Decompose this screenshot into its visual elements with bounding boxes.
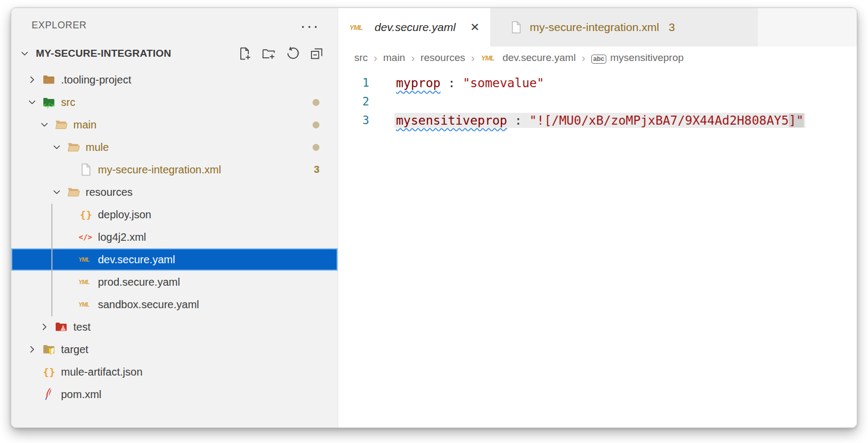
code-editor[interactable]: 1myprop : "somevalue"23mysensitiveprop :… xyxy=(338,69,857,427)
svg-text:}: } xyxy=(49,366,55,378)
yaml-icon: YML xyxy=(78,297,93,311)
new-file-icon xyxy=(237,46,252,61)
tree-item-label: main xyxy=(73,119,313,131)
editor-window: EXPLORER ··· MY-SECURE-INTEGRATION .tool… xyxy=(11,7,857,428)
collapse-folders-button[interactable] xyxy=(309,45,325,62)
collapse-all-icon xyxy=(309,46,324,61)
svg-text:YML: YML xyxy=(349,24,363,32)
tree-item-pom-xml[interactable]: pom.xml xyxy=(11,383,338,406)
more-actions-icon[interactable]: ··· xyxy=(300,22,319,29)
breadcrumb-item-main[interactable]: main xyxy=(383,52,405,64)
new-file-button[interactable] xyxy=(237,45,253,62)
tree-item-log4j2-xml[interactable]: </>log4j2.xml xyxy=(11,226,338,248)
tree-item-sandbox-secure-yaml[interactable]: YMLsandbox.secure.yaml xyxy=(11,293,338,316)
tree-item-deploy-json[interactable]: {}deploy.json xyxy=(11,203,338,226)
tree-item-dev-secure-yaml[interactable]: YMLdev.secure.yaml xyxy=(11,248,338,271)
chevron-right-icon xyxy=(27,75,41,85)
close-tab-icon[interactable]: ✕ xyxy=(470,21,479,34)
tree-item-label: resources xyxy=(86,186,319,198)
tree-item-mule-artifact-json[interactable]: {}mule-artifact.json xyxy=(11,361,338,383)
folder-test-icon xyxy=(54,320,68,334)
line-number: 3 xyxy=(338,114,369,127)
tree-item-label: log4j2.xml xyxy=(98,231,319,243)
xml-code-icon: </> xyxy=(78,230,93,244)
modified-dot-badge xyxy=(313,121,319,128)
tree-indent-guide xyxy=(51,204,52,316)
tree-item-label: sandbox.secure.yaml xyxy=(98,299,319,311)
svg-text:YML: YML xyxy=(481,54,495,62)
yaml-icon: YML xyxy=(78,275,93,289)
json-icon: {} xyxy=(41,365,56,379)
breadcrumb-item-dev-secure-yaml[interactable]: YMLdev.secure.yaml xyxy=(481,52,576,64)
breadcrumb-item-label: dev.secure.yaml xyxy=(502,52,576,64)
project-section-header[interactable]: MY-SECURE-INTEGRATION xyxy=(11,42,338,65)
tree-item-src[interactable]: </>src xyxy=(11,91,338,113)
line-content xyxy=(394,101,398,102)
tree-item-tooling-project[interactable]: .tooling-project xyxy=(11,68,338,91)
tab-my-secure-integration-xml[interactable]: my-secure-integration.xml3 xyxy=(490,8,758,47)
tree-item-label: pom.xml xyxy=(61,388,319,401)
chevron-down-icon xyxy=(20,49,36,58)
code-token-key: myprop xyxy=(396,76,440,90)
breadcrumb-item-label: resources xyxy=(421,52,465,64)
breadcrumb: src›main›resources›YMLdev.secure.yaml›ab… xyxy=(338,47,857,69)
tree-item-label: mule xyxy=(86,141,313,154)
file-plain-icon xyxy=(509,20,522,34)
tree-item-my-secure-integration-xml[interactable]: my-secure-integration.xml3 xyxy=(11,158,338,181)
code-token-string: ]" xyxy=(789,113,804,127)
line-number: 2 xyxy=(338,95,369,108)
tree-item-prod-secure-yaml[interactable]: YMLprod.secure.yaml xyxy=(11,271,338,293)
tab-modified-count-badge: 3 xyxy=(669,21,675,34)
tab-dev-secure-yaml[interactable]: YMLdev.secure.yaml✕ xyxy=(338,8,490,47)
yaml-icon: YML xyxy=(78,253,93,266)
editor-area: YMLdev.secure.yaml✕my-secure-integration… xyxy=(338,8,857,427)
breadcrumb-item-label: src xyxy=(354,52,368,64)
code-line-2[interactable]: 2 xyxy=(338,92,857,111)
svg-text:YML: YML xyxy=(79,279,89,285)
tree-item-label: src xyxy=(61,96,313,109)
refresh-icon xyxy=(285,46,300,61)
tab-bar: YMLdev.secure.yaml✕my-secure-integration… xyxy=(338,8,857,47)
code-line-1[interactable]: 1myprop : "somevalue" xyxy=(338,73,857,92)
explorer-title: EXPLORER xyxy=(32,20,87,31)
new-folder-icon xyxy=(261,46,276,61)
svg-text:</>: </> xyxy=(43,102,55,109)
code-line-3[interactable]: 3mysensitiveprop : "![/MU0/xB/zoMPjxBA7/… xyxy=(338,111,857,129)
tree-item-test[interactable]: test xyxy=(11,316,338,338)
breadcrumb-separator: › xyxy=(471,52,475,64)
refresh-explorer-button[interactable] xyxy=(285,45,301,62)
tree-item-label: mule-artifact.json xyxy=(61,366,319,378)
svg-text:}: } xyxy=(86,209,92,220)
abc-icon: abc xyxy=(591,52,607,64)
tree-item-target[interactable]: target xyxy=(11,338,338,361)
folder-src-icon: </> xyxy=(41,95,56,109)
tree-item-label: prod.secure.yaml xyxy=(98,276,319,288)
yaml-icon: YML xyxy=(349,22,367,32)
tree-item-main[interactable]: main xyxy=(11,113,338,136)
explorer-header: EXPLORER ··· xyxy=(11,8,338,31)
new-folder-button[interactable] xyxy=(261,45,277,62)
svg-text:YML: YML xyxy=(79,256,89,263)
breadcrumb-item-resources[interactable]: resources xyxy=(421,52,465,64)
file-tree: .tooling-project</>srcmainmulemy-secure-… xyxy=(11,68,338,406)
modified-dot-badge xyxy=(313,99,319,106)
breadcrumb-separator: › xyxy=(374,52,377,64)
breadcrumb-separator: › xyxy=(582,52,585,64)
code-token-key: mysensitiveprop xyxy=(396,113,507,127)
svg-text:{: { xyxy=(43,366,49,378)
breadcrumb-item-label: mysensitiveprop xyxy=(610,52,683,64)
tab-label: dev.secure.yaml xyxy=(375,21,455,34)
breadcrumb-item-src[interactable]: src xyxy=(354,52,368,64)
breadcrumb-item-mysensitiveprop[interactable]: abcmysensitiveprop xyxy=(591,52,684,64)
line-number: 1 xyxy=(338,77,369,89)
tree-item-label: test xyxy=(73,321,319,333)
tree-item-resources[interactable]: resources xyxy=(11,181,338,203)
breadcrumb-separator: › xyxy=(411,52,415,64)
folder-target-icon xyxy=(41,342,56,356)
code-token-string: "![/MU0/xB/zoMPjxBA7/9X44Ad2H808AY5 xyxy=(529,113,789,127)
chevron-right-icon xyxy=(27,345,41,354)
explorer-action-buttons xyxy=(237,45,325,62)
tree-item-label: my-secure-integration.xml xyxy=(98,164,314,176)
tree-item-mule[interactable]: mule xyxy=(11,136,338,158)
json-icon: {} xyxy=(78,208,93,222)
